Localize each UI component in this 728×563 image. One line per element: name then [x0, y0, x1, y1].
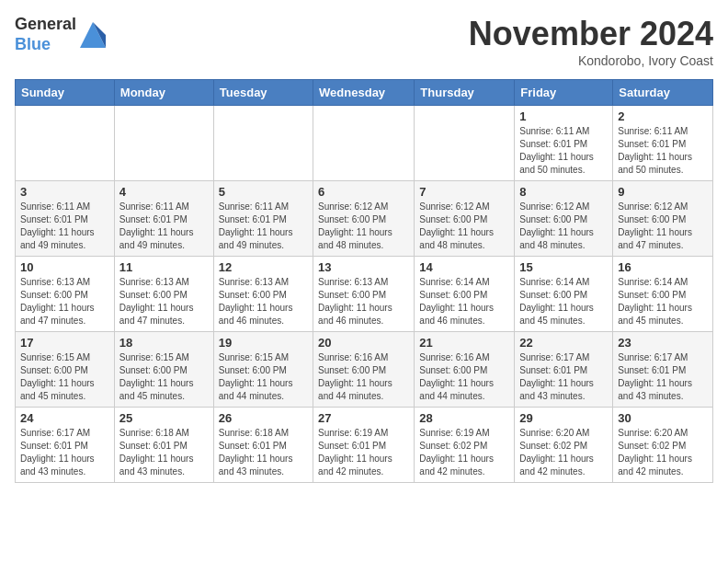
week-row-2: 3Sunrise: 6:11 AMSunset: 6:01 PMDaylight…	[16, 181, 713, 257]
day-cell	[16, 106, 115, 181]
day-info: Sunrise: 6:17 AMSunset: 6:01 PMDaylight:…	[20, 427, 109, 478]
day-cell: 10Sunrise: 6:13 AMSunset: 6:00 PMDayligh…	[16, 257, 115, 332]
day-number: 30	[618, 411, 708, 425]
day-cell: 19Sunrise: 6:15 AMSunset: 6:00 PMDayligh…	[213, 332, 313, 408]
day-cell: 14Sunrise: 6:14 AMSunset: 6:00 PMDayligh…	[415, 257, 515, 332]
month-title: November 2024	[469, 15, 713, 53]
day-info: Sunrise: 6:20 AMSunset: 6:02 PMDaylight:…	[519, 427, 608, 478]
logo: General Blue	[15, 15, 106, 54]
header-cell-sunday: Sunday	[16, 80, 115, 106]
day-cell	[213, 106, 313, 181]
day-cell: 11Sunrise: 6:13 AMSunset: 6:00 PMDayligh…	[114, 257, 213, 332]
day-info: Sunrise: 6:18 AMSunset: 6:01 PMDaylight:…	[119, 427, 209, 478]
day-info: Sunrise: 6:11 AMSunset: 6:01 PMDaylight:…	[618, 125, 708, 177]
day-cell: 13Sunrise: 6:13 AMSunset: 6:00 PMDayligh…	[313, 257, 415, 332]
day-number: 3	[20, 185, 109, 199]
day-number: 6	[318, 185, 409, 199]
header-cell-thursday: Thursday	[415, 80, 515, 106]
page-header: General Blue November 2024 Kondorobo, Iv…	[15, 15, 713, 68]
header-cell-friday: Friday	[515, 80, 613, 106]
day-cell: 20Sunrise: 6:16 AMSunset: 6:00 PMDayligh…	[313, 332, 415, 408]
day-info: Sunrise: 6:12 AMSunset: 6:00 PMDaylight:…	[618, 201, 708, 252]
day-cell: 27Sunrise: 6:19 AMSunset: 6:01 PMDayligh…	[313, 408, 415, 483]
day-cell: 12Sunrise: 6:13 AMSunset: 6:00 PMDayligh…	[213, 257, 313, 332]
week-row-3: 10Sunrise: 6:13 AMSunset: 6:00 PMDayligh…	[16, 257, 713, 332]
calendar-header: SundayMondayTuesdayWednesdayThursdayFrid…	[16, 80, 713, 106]
day-cell: 24Sunrise: 6:17 AMSunset: 6:01 PMDayligh…	[16, 408, 115, 483]
day-info: Sunrise: 6:12 AMSunset: 6:00 PMDaylight:…	[519, 201, 608, 252]
week-row-4: 17Sunrise: 6:15 AMSunset: 6:00 PMDayligh…	[16, 332, 713, 408]
day-number: 17	[20, 336, 109, 350]
day-number: 1	[519, 109, 608, 123]
header-cell-monday: Monday	[114, 80, 213, 106]
day-cell: 1Sunrise: 6:11 AMSunset: 6:01 PMDaylight…	[515, 106, 613, 181]
day-number: 11	[119, 260, 209, 274]
day-number: 29	[519, 411, 608, 425]
day-cell: 8Sunrise: 6:12 AMSunset: 6:00 PMDaylight…	[515, 181, 613, 257]
logo-icon	[80, 22, 106, 48]
day-number: 5	[219, 185, 308, 199]
logo-general: General	[15, 15, 76, 35]
day-number: 13	[318, 260, 409, 274]
day-info: Sunrise: 6:14 AMSunset: 6:00 PMDaylight:…	[419, 276, 509, 327]
day-info: Sunrise: 6:14 AMSunset: 6:00 PMDaylight:…	[519, 276, 608, 327]
header-row: SundayMondayTuesdayWednesdayThursdayFrid…	[16, 80, 713, 106]
day-number: 25	[119, 411, 209, 425]
header-cell-wednesday: Wednesday	[313, 80, 415, 106]
day-cell: 28Sunrise: 6:19 AMSunset: 6:02 PMDayligh…	[415, 408, 515, 483]
location: Kondorobo, Ivory Coast	[469, 53, 713, 68]
day-number: 27	[318, 411, 409, 425]
day-info: Sunrise: 6:11 AMSunset: 6:01 PMDaylight:…	[119, 201, 209, 252]
day-info: Sunrise: 6:17 AMSunset: 6:01 PMDaylight:…	[618, 351, 708, 403]
week-row-5: 24Sunrise: 6:17 AMSunset: 6:01 PMDayligh…	[16, 408, 713, 483]
day-number: 8	[519, 185, 608, 199]
day-info: Sunrise: 6:15 AMSunset: 6:00 PMDaylight:…	[20, 351, 109, 403]
day-info: Sunrise: 6:12 AMSunset: 6:00 PMDaylight:…	[318, 201, 409, 252]
day-cell: 15Sunrise: 6:14 AMSunset: 6:00 PMDayligh…	[515, 257, 613, 332]
day-cell	[114, 106, 213, 181]
day-cell: 7Sunrise: 6:12 AMSunset: 6:00 PMDaylight…	[415, 181, 515, 257]
day-number: 22	[519, 336, 608, 350]
day-info: Sunrise: 6:11 AMSunset: 6:01 PMDaylight:…	[20, 201, 109, 252]
day-cell: 18Sunrise: 6:15 AMSunset: 6:00 PMDayligh…	[114, 332, 213, 408]
day-number: 14	[419, 260, 509, 274]
day-cell: 6Sunrise: 6:12 AMSunset: 6:00 PMDaylight…	[313, 181, 415, 257]
day-info: Sunrise: 6:16 AMSunset: 6:00 PMDaylight:…	[419, 351, 509, 403]
day-cell: 21Sunrise: 6:16 AMSunset: 6:00 PMDayligh…	[415, 332, 515, 408]
day-number: 18	[119, 336, 209, 350]
day-cell: 25Sunrise: 6:18 AMSunset: 6:01 PMDayligh…	[114, 408, 213, 483]
day-cell: 9Sunrise: 6:12 AMSunset: 6:00 PMDaylight…	[613, 181, 713, 257]
day-info: Sunrise: 6:13 AMSunset: 6:00 PMDaylight:…	[20, 276, 109, 327]
day-number: 2	[618, 109, 708, 123]
day-cell: 2Sunrise: 6:11 AMSunset: 6:01 PMDaylight…	[613, 106, 713, 181]
day-info: Sunrise: 6:11 AMSunset: 6:01 PMDaylight:…	[219, 201, 308, 252]
day-info: Sunrise: 6:13 AMSunset: 6:00 PMDaylight:…	[119, 276, 209, 327]
day-number: 7	[419, 185, 509, 199]
day-info: Sunrise: 6:20 AMSunset: 6:02 PMDaylight:…	[618, 427, 708, 478]
day-info: Sunrise: 6:15 AMSunset: 6:00 PMDaylight:…	[119, 351, 209, 403]
day-number: 26	[219, 411, 308, 425]
day-cell: 30Sunrise: 6:20 AMSunset: 6:02 PMDayligh…	[613, 408, 713, 483]
day-info: Sunrise: 6:14 AMSunset: 6:00 PMDaylight:…	[618, 276, 708, 327]
week-row-1: 1Sunrise: 6:11 AMSunset: 6:01 PMDaylight…	[16, 106, 713, 181]
day-cell	[415, 106, 515, 181]
day-cell: 26Sunrise: 6:18 AMSunset: 6:01 PMDayligh…	[213, 408, 313, 483]
day-number: 10	[20, 260, 109, 274]
day-cell: 4Sunrise: 6:11 AMSunset: 6:01 PMDaylight…	[114, 181, 213, 257]
logo-blue: Blue	[15, 35, 76, 55]
day-number: 19	[219, 336, 308, 350]
day-info: Sunrise: 6:18 AMSunset: 6:01 PMDaylight:…	[219, 427, 308, 478]
day-number: 15	[519, 260, 608, 274]
day-cell	[313, 106, 415, 181]
day-cell: 22Sunrise: 6:17 AMSunset: 6:01 PMDayligh…	[515, 332, 613, 408]
day-info: Sunrise: 6:16 AMSunset: 6:00 PMDaylight:…	[318, 351, 409, 403]
header-cell-tuesday: Tuesday	[213, 80, 313, 106]
day-number: 12	[219, 260, 308, 274]
header-cell-saturday: Saturday	[613, 80, 713, 106]
day-info: Sunrise: 6:17 AMSunset: 6:01 PMDaylight:…	[519, 351, 608, 403]
calendar-body: 1Sunrise: 6:11 AMSunset: 6:01 PMDaylight…	[16, 106, 713, 483]
day-number: 23	[618, 336, 708, 350]
day-info: Sunrise: 6:19 AMSunset: 6:02 PMDaylight:…	[419, 427, 509, 478]
day-info: Sunrise: 6:11 AMSunset: 6:01 PMDaylight:…	[519, 125, 608, 177]
day-info: Sunrise: 6:19 AMSunset: 6:01 PMDaylight:…	[318, 427, 409, 478]
